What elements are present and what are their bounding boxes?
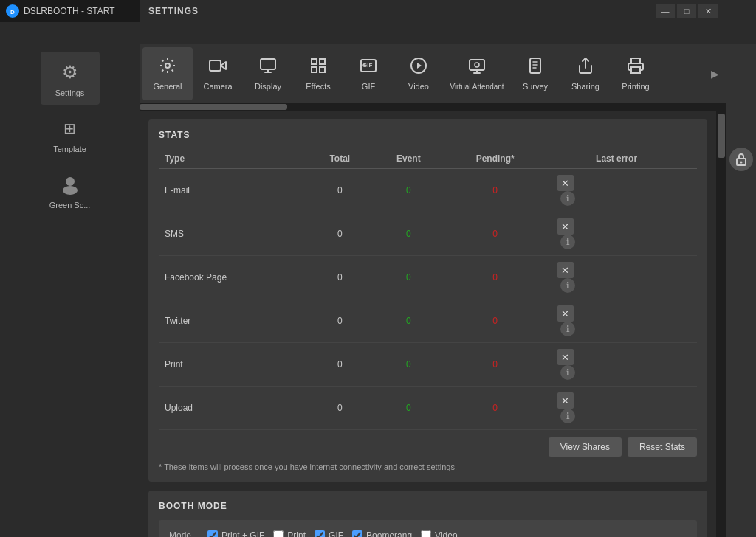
table-row: SMS 0 0 0 ✕ ℹ: [159, 212, 697, 256]
sidebar-item-template[interactable]: ⊞ Template: [41, 108, 100, 161]
maximize-button[interactable]: □: [677, 4, 696, 18]
svg-point-2: [66, 177, 75, 186]
table-row: Upload 0 0 0 ✕ ℹ: [159, 387, 697, 430]
sidebar-item-greenscreen[interactable]: Green Sc...: [41, 164, 100, 217]
minimize-button[interactable]: —: [656, 4, 675, 18]
stats-table: Type Total Event Pending* Last error E-m…: [159, 149, 697, 430]
info-button-0[interactable]: ℹ: [560, 191, 575, 206]
table-row: Facebook Page 0 0 0 ✕ ℹ: [159, 256, 697, 299]
cell-total-2: 0: [307, 256, 372, 299]
svg-rect-7: [312, 59, 317, 64]
cell-event-4: 0: [372, 343, 444, 387]
clear-button-4[interactable]: ✕: [557, 349, 574, 365]
cell-pending-0: 0: [444, 169, 546, 212]
info-button-4[interactable]: ℹ: [560, 365, 575, 380]
col-actions: [546, 149, 590, 169]
tab-sharing[interactable]: Sharing: [560, 47, 611, 100]
cell-last-error-0: [590, 169, 697, 212]
stats-footnote: * These items will process once you have…: [159, 462, 697, 471]
info-button-3[interactable]: ℹ: [560, 322, 575, 336]
sidebar-item-settings[interactable]: ⚙ Settings: [41, 52, 100, 105]
cell-actions-4: ✕ ℹ: [546, 343, 590, 387]
col-event: Event: [372, 149, 444, 169]
clear-button-0[interactable]: ✕: [557, 175, 574, 191]
general-tab-icon: [159, 57, 176, 79]
sharing-tab-icon: [577, 57, 594, 79]
table-row: Twitter 0 0 0 ✕ ℹ: [159, 299, 697, 343]
lock-panel[interactable]: [726, 44, 756, 537]
print-gif-checkbox[interactable]: [207, 530, 218, 537]
gif-tab-icon: GIF: [360, 57, 377, 79]
checkbox-gif[interactable]: GIF: [315, 530, 343, 537]
info-button-5[interactable]: ℹ: [560, 409, 575, 423]
svg-rect-8: [320, 59, 325, 64]
cell-event-5: 0: [372, 387, 444, 430]
boomerang-checkbox[interactable]: [352, 530, 362, 537]
boomerang-label: Boomerang: [366, 530, 412, 537]
nav-tabs: General Camera Display: [140, 44, 726, 103]
cell-total-5: 0: [307, 387, 372, 430]
cell-type-0: E-mail: [159, 169, 307, 212]
print-label: Print: [287, 530, 306, 537]
tab-effects[interactable]: Effects: [293, 47, 343, 100]
clear-button-3[interactable]: ✕: [557, 305, 574, 322]
horizontal-scrollbar[interactable]: [140, 103, 726, 111]
tab-display[interactable]: Display: [243, 47, 293, 100]
tab-general-label: General: [153, 82, 182, 91]
cell-total-0: 0: [307, 169, 372, 212]
cell-total-3: 0: [307, 299, 372, 343]
checkbox-print[interactable]: Print: [273, 530, 306, 537]
tab-video[interactable]: Video: [394, 47, 444, 100]
display-tab-icon: [259, 57, 277, 79]
close-button[interactable]: ✕: [698, 4, 718, 18]
cell-type-4: Print: [159, 343, 307, 387]
tab-video-label: Video: [408, 82, 429, 91]
gif-checkbox[interactable]: [315, 530, 325, 537]
svg-text:D: D: [10, 9, 15, 15]
cell-event-0: 0: [372, 169, 444, 212]
view-shares-button[interactable]: View Shares: [549, 437, 622, 457]
tab-gif-label: GIF: [362, 82, 375, 91]
svg-rect-16: [530, 58, 540, 73]
info-button-2[interactable]: ℹ: [560, 278, 575, 293]
h-scroll-thumb: [140, 104, 287, 110]
col-type: Type: [159, 149, 307, 169]
tab-virtual-attendant[interactable]: Virtual Attendant: [444, 47, 510, 100]
info-button-1[interactable]: ℹ: [560, 235, 575, 249]
tab-camera[interactable]: Camera: [193, 47, 243, 100]
clear-button-1[interactable]: ✕: [557, 218, 574, 235]
effects-tab-icon: [309, 57, 327, 79]
cell-last-error-5: [590, 387, 697, 430]
booth-mode-title: BOOTH MODE: [159, 501, 697, 511]
svg-rect-9: [312, 67, 317, 72]
cell-total-4: 0: [307, 343, 372, 387]
tab-camera-label: Camera: [203, 82, 232, 91]
video-checkbox[interactable]: [421, 530, 431, 537]
cell-last-error-4: [590, 343, 697, 387]
checkbox-video[interactable]: Video: [421, 530, 457, 537]
clear-button-5[interactable]: ✕: [557, 392, 574, 409]
print-checkbox[interactable]: [273, 530, 284, 537]
cell-event-1: 0: [372, 212, 444, 256]
stats-section: STATS Type Total Event Pending* Last err…: [148, 119, 707, 482]
svg-rect-14: [470, 60, 484, 70]
tab-survey[interactable]: Survey: [510, 47, 560, 100]
checkbox-print-gif[interactable]: Print + GIF: [207, 530, 264, 537]
tab-display-label: Display: [255, 82, 281, 91]
settings-icon: ⚙: [57, 59, 83, 86]
tab-gif[interactable]: GIF GIF: [343, 47, 394, 100]
vertical-scrollbar[interactable]: [716, 111, 726, 537]
nav-scroll-arrow[interactable]: ▶: [711, 68, 719, 80]
tab-printing[interactable]: Printing: [611, 47, 661, 100]
checkbox-boomerang[interactable]: Boomerang: [352, 530, 412, 537]
table-row: Print 0 0 0 ✕ ℹ: [159, 343, 697, 387]
cell-type-1: SMS: [159, 212, 307, 256]
printing-tab-icon: [627, 57, 645, 79]
clear-button-2[interactable]: ✕: [557, 262, 574, 278]
action-row: View Shares Reset Stats: [159, 437, 697, 457]
sidebar: ⚙ Settings ⊞ Template Green Sc...: [0, 44, 140, 537]
cell-last-error-1: [590, 212, 697, 256]
cell-pending-2: 0: [444, 256, 546, 299]
reset-stats-button[interactable]: Reset Stats: [628, 437, 697, 457]
tab-general[interactable]: General: [142, 47, 193, 100]
